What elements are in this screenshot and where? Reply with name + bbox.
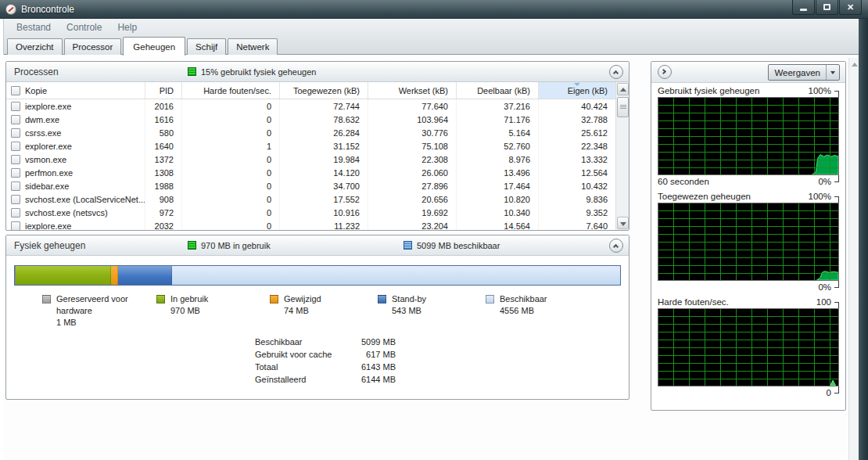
scroll-down-button[interactable]	[617, 217, 629, 229]
tab-bar: Overzicht Processor Geheugen Schijf Netw…	[4, 35, 859, 55]
column-header-pid[interactable]: PID	[145, 82, 182, 99]
scroll-up-icon	[620, 88, 626, 92]
row-checkbox[interactable]	[11, 102, 20, 111]
chart-ymax: 100%	[809, 86, 831, 95]
table-row[interactable]: iexplore.exe 2032011.23223.20414.5647.64…	[6, 219, 616, 230]
row-checkbox[interactable]	[11, 115, 20, 124]
legend-standby: Stand-by543 MB	[378, 293, 486, 329]
column-header-kopie[interactable]: Kopie	[6, 82, 145, 99]
sort-arrow-icon	[574, 83, 580, 86]
menu-bestand[interactable]: Bestand	[9, 20, 59, 34]
memory-in-use-status: 970 MB in gebruik	[188, 241, 271, 250]
row-checkbox[interactable]	[11, 195, 20, 204]
charts-toolbar: Weergaven	[651, 62, 845, 83]
table-row[interactable]: vsmon.exe 1372019.98422.3088.97613.332	[6, 153, 616, 166]
pane-scrollbar[interactable]	[848, 58, 859, 460]
legend-hardware: Gereserveerd voor hardware1 MB	[42, 293, 156, 329]
menu-bar: Bestand Controle Help	[4, 19, 859, 35]
menu-tab-area: Bestand Controle Help Overzicht Processo…	[3, 19, 859, 55]
collapse-processes-button[interactable]	[609, 65, 623, 79]
memory-usage-status: 15% gebruikt fysiek geheugen	[188, 67, 316, 77]
available-text: 5099 MB beschikbaar	[417, 241, 500, 250]
chevron-down-icon	[830, 71, 835, 74]
window-title: Broncontrole	[21, 4, 74, 15]
process-rows: iexplore.exe 2016072.74477.64037.21640.4…	[6, 99, 629, 230]
chart-ymax: 100	[816, 297, 831, 307]
row-checkbox[interactable]	[11, 208, 20, 217]
scroll-up-button[interactable]	[617, 83, 629, 95]
scroll-up-icon	[852, 63, 858, 66]
tab-processor[interactable]: Processor	[64, 38, 122, 55]
row-checkbox[interactable]	[11, 142, 20, 151]
row-checkbox[interactable]	[11, 128, 20, 138]
views-dropdown-button[interactable]: Weergaven	[768, 64, 840, 81]
chart-xlabel: 60 seconden	[658, 177, 709, 186]
dropdown-arrow[interactable]	[826, 65, 839, 80]
table-row[interactable]: csrss.exe 580026.28430.7765.16425.612	[6, 126, 616, 139]
bar-segment-available	[172, 266, 620, 285]
tab-overzicht[interactable]: Overzicht	[7, 38, 63, 55]
legend-swatch-gray	[42, 295, 51, 304]
axis-bracket	[834, 386, 839, 394]
memory-panel-header: Fysiek geheugen 970 MB in gebruik 5099 M…	[6, 235, 629, 256]
charts-panel: Weergaven Gebruikt fysiek geheugen 100%	[651, 61, 846, 411]
table-row[interactable]: dwm.exe 1616078.632103.96471.17632.788	[6, 113, 616, 126]
table-row[interactable]: explorer.exe 1640131.15275.10852.76022.3…	[6, 139, 616, 153]
maximize-icon	[823, 4, 830, 10]
close-button[interactable]: ✕	[839, 0, 862, 15]
chart-title: Gebruikt fysiek geheugen	[658, 86, 759, 95]
select-all-checkbox[interactable]	[11, 86, 20, 95]
chart-area	[658, 308, 839, 386]
table-row[interactable]: svchost.exe (LocalServiceNet... 908017.5…	[6, 192, 616, 206]
memory-composition-bar	[14, 265, 621, 286]
memory-stats: Beschikbaar5099 MB Gebruikt voor cache61…	[255, 336, 396, 386]
memory-usage-icon	[188, 67, 196, 76]
row-checkbox[interactable]	[11, 221, 20, 231]
physical-memory-panel: Fysiek geheugen 970 MB in gebruik 5099 M…	[5, 235, 629, 400]
legend-swatch-orange	[270, 295, 278, 304]
tab-geheugen[interactable]: Geheugen	[123, 37, 185, 56]
table-row[interactable]: sidebar.exe 1988034.70027.89617.46410.43…	[6, 179, 616, 192]
stat-totaal: Totaal6143 MB	[255, 361, 396, 373]
tab-netwerk[interactable]: Netwerk	[228, 38, 278, 55]
menu-help[interactable]: Help	[109, 20, 145, 34]
chart-ymin: 0	[827, 388, 831, 397]
legend-swatch-blue	[378, 295, 386, 304]
legend-swatch-green	[156, 295, 165, 304]
available-icon	[404, 241, 412, 250]
table-row[interactable]: perfmon.exe 1308014.12026.06013.49612.56…	[6, 166, 616, 179]
memory-legend: Gereserveerd voor hardware1 MB In gebrui…	[42, 293, 547, 329]
chevron-right-icon	[661, 69, 666, 74]
chart-title: Harde fouten/sec.	[658, 297, 729, 307]
column-header-deelbaar[interactable]: Deelbaar (kB)	[457, 82, 539, 99]
menu-controle[interactable]: Controle	[59, 20, 109, 34]
scrollbar-thumb[interactable]	[617, 97, 629, 117]
collapse-charts-button[interactable]	[658, 65, 672, 79]
bar-segment-standby	[118, 266, 171, 285]
column-header-harde-fouten[interactable]: Harde fouten/sec.	[182, 82, 280, 99]
in-use-icon	[188, 241, 196, 250]
table-row[interactable]: svchost.exe (netsvcs) 972010.91619.69210…	[6, 206, 616, 219]
close-icon: ✕	[847, 3, 854, 12]
axis-bracket	[834, 281, 839, 288]
table-row[interactable]: iexplore.exe 2016072.74477.64037.21640.4…	[6, 99, 616, 113]
window-border-right	[859, 19, 868, 460]
chart-ymin: 0%	[818, 177, 831, 186]
scroll-down-icon	[620, 222, 626, 226]
column-header-toegewezen[interactable]: Toegewezen (kB)	[280, 82, 368, 99]
maximize-button[interactable]	[816, 0, 838, 15]
tab-schijf[interactable]: Schijf	[187, 38, 226, 55]
collapse-memory-button[interactable]	[609, 239, 623, 253]
row-checkbox[interactable]	[11, 181, 20, 191]
row-checkbox[interactable]	[11, 168, 20, 178]
chart-ymin: 0%	[818, 282, 831, 292]
process-table-scrollbar[interactable]	[615, 82, 629, 230]
row-checkbox[interactable]	[11, 155, 20, 164]
memory-usage-text: 15% gebruikt fysiek geheugen	[201, 67, 316, 77]
minimize-button[interactable]	[792, 0, 815, 15]
column-header-eigen[interactable]: Eigen (kB)	[539, 82, 616, 99]
bar-segment-in-use	[16, 266, 111, 285]
process-table-header: Kopie PID Harde fouten/sec. Toegewezen (…	[6, 82, 616, 99]
memory-available-status: 5099 MB beschikbaar	[404, 241, 500, 250]
column-header-werkset[interactable]: Werkset (kB)	[368, 82, 457, 99]
